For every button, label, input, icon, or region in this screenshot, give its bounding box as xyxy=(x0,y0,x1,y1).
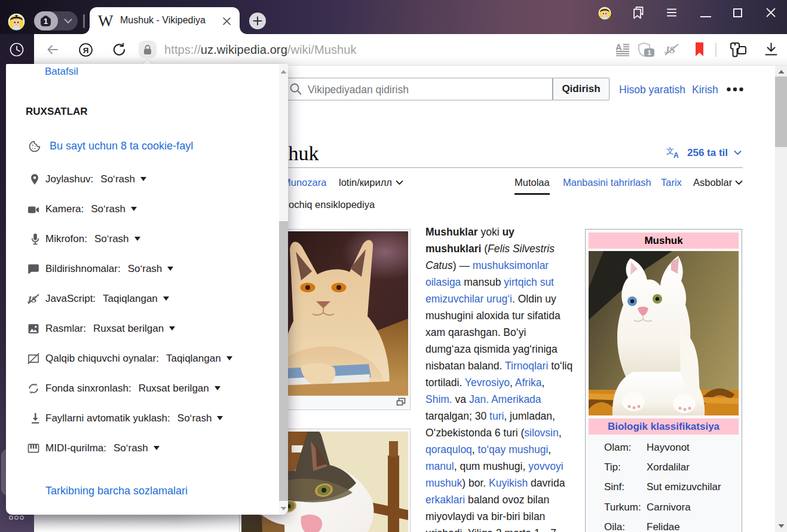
svg-text:A: A xyxy=(673,151,679,159)
svg-text:A: A xyxy=(616,44,622,52)
svg-text:1: 1 xyxy=(647,49,651,56)
svg-text:Я: Я xyxy=(83,45,89,54)
svg-text:1: 1 xyxy=(44,17,48,26)
